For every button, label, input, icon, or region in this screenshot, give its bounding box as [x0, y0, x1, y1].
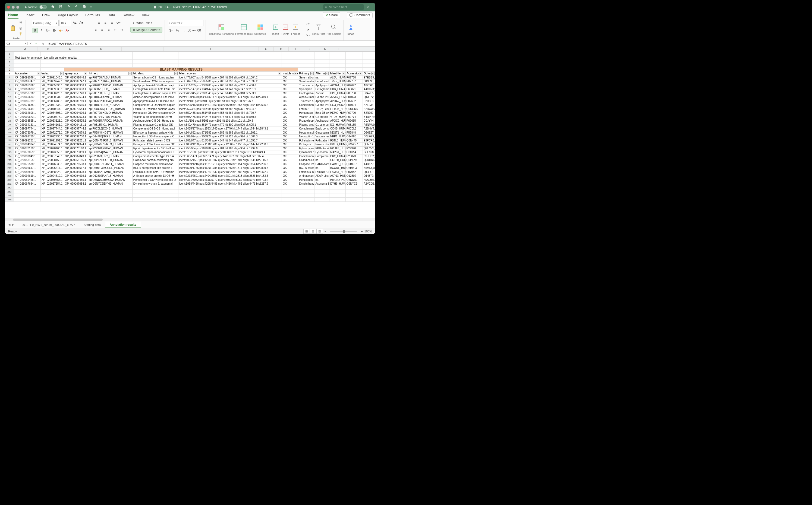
name-box[interactable]: C5▾	[5, 42, 28, 45]
formula-content[interactable]: BLAST MAPPING RESULTS	[47, 42, 89, 45]
qat-more-icon[interactable]: ≡	[90, 5, 92, 9]
tab-page-layout[interactable]: Page Layout	[57, 11, 78, 19]
column-headers[interactable]: ABCDEFGHIJKL	[5, 47, 375, 51]
cut-icon[interactable]	[18, 20, 23, 25]
number-format-select[interactable]: General▾	[168, 20, 203, 26]
tab-home[interactable]: Home	[8, 11, 18, 19]
percent-icon[interactable]: %	[175, 28, 181, 33]
col-header-K[interactable]: K	[317, 47, 333, 51]
undo-icon[interactable]	[66, 5, 70, 9]
col-header-H[interactable]: H	[274, 47, 289, 51]
align-middle-icon[interactable]: ≡	[103, 20, 108, 25]
fill-color-button[interactable]: ◆▾	[58, 28, 64, 33]
font-size-select[interactable]: 16▾	[59, 20, 71, 26]
orientation-icon[interactable]: ⟳▾	[116, 20, 121, 25]
ideas-button[interactable]: Ideas	[347, 23, 355, 36]
font-color-button[interactable]: A▾	[64, 28, 70, 33]
sort-filter-button[interactable]: Sort & Filter	[312, 23, 325, 36]
copy-icon[interactable]	[18, 26, 23, 31]
save-icon[interactable]	[59, 5, 63, 9]
align-top-icon[interactable]: ≡	[96, 20, 102, 25]
fill-icon[interactable]: ↓▾	[306, 27, 310, 32]
feedback-icon[interactable]: ☺	[367, 5, 370, 9]
share-button[interactable]: ↗Share	[323, 12, 340, 18]
conditional-formatting-button[interactable]: Conditional Formatting	[209, 23, 234, 36]
bold-button[interactable]: B	[32, 28, 38, 33]
enter-icon[interactable]: ✓	[33, 42, 39, 45]
col-header-G[interactable]: G	[259, 47, 274, 51]
sheet-nav[interactable]: ◀▶	[5, 223, 17, 226]
col-header-L[interactable]: L	[333, 47, 344, 51]
autosave-switch[interactable]	[39, 5, 47, 9]
align-center-icon[interactable]: ≡	[99, 27, 105, 33]
maximize-window[interactable]	[16, 6, 19, 9]
align-right-icon[interactable]: ≡	[106, 27, 112, 33]
tab-review[interactable]: Review	[122, 11, 135, 19]
fx-icon[interactable]: fx	[39, 42, 47, 45]
increase-indent-icon[interactable]: ⇥	[119, 27, 125, 33]
autosave-toggle[interactable]: AutoSave	[25, 5, 47, 9]
delete-cells-button[interactable]: Delete	[281, 23, 290, 36]
tab-insert[interactable]: Insert	[25, 11, 35, 19]
add-sheet-button[interactable]: +	[141, 222, 149, 228]
underline-button[interactable]: U▾	[45, 28, 51, 33]
merge-center-button[interactable]: ⬌Merge & Center▾	[130, 27, 162, 33]
wrap-text-button[interactable]: ↩Wrap Text▾	[130, 20, 155, 25]
col-header-F[interactable]: F	[164, 47, 259, 51]
spreadsheet-grid[interactable]: ABCDEFGHIJKL 12Test data for annotation …	[5, 47, 375, 218]
minimize-window[interactable]	[12, 6, 15, 9]
clear-icon[interactable]: ✕▾	[306, 33, 310, 38]
font-name-select[interactable]: Calibri (Body)▾	[32, 20, 59, 26]
search-sheet[interactable]: Search Sheet	[323, 4, 364, 10]
zoom-slider[interactable]	[330, 231, 357, 232]
zoom-in-icon[interactable]: +	[361, 230, 362, 233]
col-header-J[interactable]: J	[302, 47, 317, 51]
border-button[interactable]: ⊞▾	[51, 28, 57, 33]
col-header-B[interactable]: B	[37, 47, 59, 51]
align-bottom-icon[interactable]: ≡	[109, 20, 115, 25]
decrease-font-icon[interactable]: A▾	[78, 20, 84, 25]
italic-button[interactable]: I	[38, 28, 44, 33]
horizontal-scrollbar[interactable]	[5, 218, 375, 221]
col-header-E[interactable]: E	[122, 47, 164, 51]
find-select-button[interactable]: Find & Select	[326, 23, 341, 36]
comma-icon[interactable]: ,	[181, 28, 187, 33]
normal-view-icon[interactable]: ▦	[303, 229, 310, 234]
increase-decimal-icon[interactable]: .00→	[188, 28, 194, 33]
ribbon-collapse-icon[interactable]: ˆ	[372, 6, 373, 9]
redo-icon[interactable]	[74, 5, 78, 9]
page-break-view-icon[interactable]: ▥	[316, 229, 323, 234]
cell-styles-button[interactable]: Cell Styles	[255, 23, 266, 36]
increase-font-icon[interactable]: A▴	[72, 20, 78, 25]
autosum-icon[interactable]: Σ▾	[306, 21, 310, 26]
decrease-decimal-icon[interactable]: ←.00	[194, 28, 200, 33]
col-header-I[interactable]: I	[289, 47, 302, 51]
grid-table[interactable]: 12Test data for annotation tool with ann…	[5, 51, 375, 202]
select-all-corner[interactable]	[5, 47, 13, 51]
paste-button[interactable]	[9, 24, 17, 32]
align-left-icon[interactable]: ≡	[93, 27, 99, 33]
zoom-out-icon[interactable]: −	[325, 230, 326, 233]
tab-data[interactable]: Data	[107, 11, 116, 19]
comments-button[interactable]: 💬Comments	[347, 12, 372, 18]
format-painter-icon[interactable]	[18, 31, 23, 36]
col-header-A[interactable]: A	[13, 47, 37, 51]
format-cells-button[interactable]: Format	[291, 23, 300, 36]
sheet-tab-0[interactable]: 2019-4-9_NW1_serum_F002042_cRAP	[17, 222, 79, 228]
tab-view[interactable]: View	[141, 11, 150, 19]
insert-cells-button[interactable]: Insert	[272, 23, 280, 36]
page-layout-view-icon[interactable]: ▤	[310, 229, 316, 234]
print-icon[interactable]	[82, 5, 87, 9]
zoom-level[interactable]: 100%	[364, 230, 372, 233]
cancel-icon[interactable]: ✕	[28, 42, 33, 45]
sheet-tab-1[interactable]: Starting-data	[79, 222, 105, 228]
sheet-tab-2[interactable]: Annotation-results	[105, 221, 141, 228]
decrease-indent-icon[interactable]: ⇤	[112, 27, 118, 33]
close-window[interactable]	[7, 6, 10, 9]
home-icon[interactable]	[51, 5, 55, 9]
format-as-table-button[interactable]: Format as Table	[235, 23, 253, 36]
currency-icon[interactable]: $▾	[168, 28, 174, 33]
view-buttons[interactable]: ▦ ▤ ▥	[303, 229, 323, 234]
col-header-C[interactable]: C	[59, 47, 81, 51]
tab-formulas[interactable]: Formulas	[85, 11, 101, 19]
